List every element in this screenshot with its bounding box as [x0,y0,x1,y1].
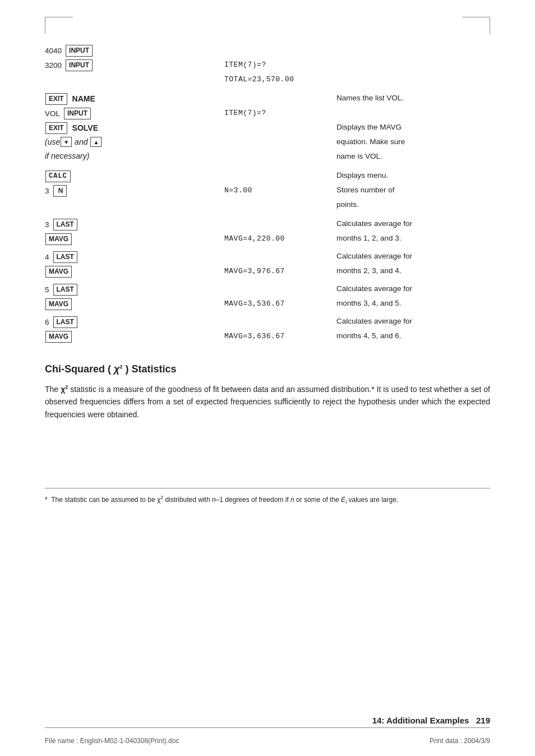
table-row: 4 LAST Calculates average for [45,251,490,264]
section-body: The χ2 statistic is a measure of the goo… [45,383,490,421]
table-row: MAVG MAVG=3,636.67 months 4, 5, and 6. [45,331,490,343]
display-text: MAVG=3,976.67 [224,267,285,275]
use-arrows-label: (use [45,137,60,146]
step-left: if necessary) [45,151,224,160]
display-text: TOTAL=23,570.00 [224,75,294,84]
step-left: MAVG [45,266,224,278]
step-left: 3 LAST [45,219,224,231]
mavg-key: MAVG [45,331,72,343]
display-text: N=3.00 [224,186,252,195]
exit-key: EXIT [45,93,67,105]
n-key: N [53,185,67,197]
top-right-border [490,17,490,34]
step-left: VOL INPUT [45,108,224,119]
page-footer: File name : English-M02-1-040308(Print).… [45,737,490,745]
step-right: points. [336,200,490,210]
display-text: MAVG=3,536.67 [224,299,285,308]
step-right: Calculates average for [336,251,490,262]
solve-label: SOLVE [70,123,98,132]
table-row: 5 LAST Calculates average for [45,284,490,296]
step-right: months 1, 2, and 3. [336,233,490,244]
chapter-header: 14: Additional Examples 219 [372,716,490,725]
page: 4040 INPUT 3200 INPUT ITEM(7)=? [0,0,535,756]
footnote-area: * The statistic can be assumed to be χ2 … [45,488,490,506]
input-key: INPUT [66,59,93,71]
step-middle: MAVG=3,636.67 [224,331,336,340]
table-row: 6 LAST Calculates average for [45,316,490,329]
step-left: 6 LAST [45,316,224,328]
page-number: 219 [476,716,490,725]
step-right: months 3, 4, and 5. [336,298,490,309]
table-row: 3200 INPUT ITEM(7)=? [45,59,490,72]
step-left: EXIT SOLVE [45,122,224,134]
main-content: 4040 INPUT 3200 INPUT ITEM(7)=? [45,45,490,506]
table-row: points. [45,200,490,212]
title-start: Chi-Squared ( [45,363,114,375]
step-right: name is VOL. [336,151,490,162]
step-number: 3 [45,187,49,195]
display-text: MAVG=4,220.00 [224,234,285,243]
step-number: 6 [45,318,49,326]
step-right: months 4, 5, and 6. [336,331,490,342]
table-row: EXIT SOLVE Displays the MAVG [45,122,490,135]
mavg-key: MAVG [45,266,72,278]
step-number: 4 [45,253,49,261]
table-row: 3 N N=3.00 Stores number of [45,185,490,197]
display-text: ITEM(7)=? [224,109,266,117]
input-key: INPUT [66,45,93,57]
step-right: equation. Make sure [336,137,490,147]
step-number: 4040 [45,47,62,55]
step-left: MAVG [45,233,224,245]
top-left-border [45,17,45,34]
step-right: Calculates average for [336,284,490,294]
step-middle: MAVG=3,536.67 [224,298,336,308]
step-left: MAVG [45,298,224,310]
table-row: if necessary) name is VOL. [45,151,490,164]
table-row: EXIT NAME Names the list VOL. [45,93,490,105]
step-right: Stores number of [336,185,490,196]
table-row: (use ▼ and ▲ equation. Make sure [45,137,490,149]
footnote-text: The statistic can be assumed to be χ2 di… [51,496,398,504]
step-number: VOL [45,109,60,118]
table-row: VOL INPUT ITEM(7)=? [45,108,490,120]
input-key: INPUT [64,108,91,119]
step-middle: MAVG=4,220.00 [224,233,336,243]
step-middle: N=3.00 [224,185,336,195]
step-number: 3200 [45,61,62,70]
if-necessary-label: if necessary) [45,151,89,160]
step-left: (use ▼ and ▲ [45,137,224,147]
calc-key: CALC [45,170,71,182]
last-key: LAST [53,251,77,263]
top-border-right [462,17,490,17]
table-row: MAVG MAVG=3,536.67 months 3, 4, and 5. [45,298,490,311]
step-right: Displays menu. [336,170,490,181]
step-middle: MAVG=3,976.67 [224,266,336,275]
step-middle: TOTAL=23,570.00 [224,74,336,84]
down-arrow-key: ▼ [61,137,72,147]
filename: File name : English-M02-1-040308(Print).… [45,737,179,745]
title-end: ) Statistics [122,363,176,375]
last-key: LAST [53,316,77,328]
bottom-border [45,727,490,728]
top-border-left [45,17,73,17]
table-row: MAVG MAVG=4,220.00 months 1, 2, and 3. [45,233,490,246]
step-left: 5 LAST [45,284,224,296]
chi-section: Chi-Squared ( χ2 ) Statistics The χ2 sta… [45,363,490,421]
up-arrow-key: ▲ [90,137,102,147]
step-left: MAVG [45,331,224,343]
step-right: Names the list VOL. [336,93,490,104]
step-right: Calculates average for [336,219,490,229]
step-right: Calculates average for [336,316,490,327]
and-label: and [72,137,90,146]
chapter-label: 14: Additional Examples [372,716,469,725]
table-row: 4040 INPUT [45,45,490,57]
step-right: Displays the MAVG [336,122,490,133]
chi-symbol: χ [114,363,119,375]
step-left: EXIT NAME [45,93,224,105]
exit-key: EXIT [45,122,67,134]
footnote-symbol: * [45,496,48,504]
display-text: MAVG=3,636.67 [224,332,285,340]
name-label: NAME [70,94,95,103]
step-right: months 2, 3, and 4. [336,266,490,276]
last-key: LAST [53,219,77,231]
